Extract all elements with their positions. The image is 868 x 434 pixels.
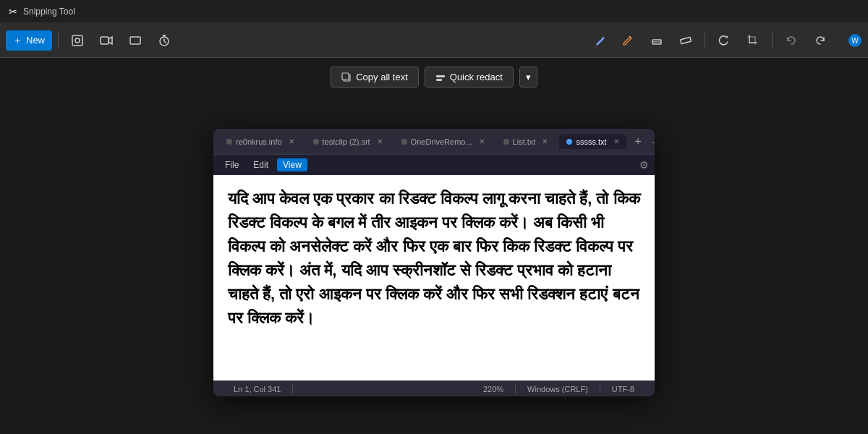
copy-all-text-label: Copy all text <box>356 72 408 82</box>
main-area: re0nkrus.info ✕ testclip (2).srt ✕ OneDr… <box>0 93 868 432</box>
plus-icon: ＋ <box>13 34 22 47</box>
rotate-icon-btn[interactable] <box>711 27 737 54</box>
rect-icon-btn[interactable] <box>122 27 148 54</box>
tab-onedrive-label: OneDriveRemo... <box>411 137 472 146</box>
notepad-content: यदि आप केवल एक प्रकार का रिडक्ट विकल्प ल… <box>213 175 655 380</box>
title-bar: ✂ Snipping Tool <box>0 0 868 23</box>
undo-icon-btn[interactable] <box>778 27 804 54</box>
tab-re0nkrus[interactable]: re0nkrus.info ✕ <box>219 135 302 149</box>
tab-onedrive[interactable]: OneDriveRemo... ✕ <box>394 135 492 149</box>
action-bar: Copy all text Quick redact ▾ <box>0 58 868 93</box>
dropdown-arrow: ▾ <box>526 72 531 82</box>
separator-3 <box>772 32 773 49</box>
tab-dot-5 <box>566 139 572 145</box>
copy-icon <box>341 72 352 82</box>
tab-close-2[interactable]: ✕ <box>377 137 383 145</box>
toolbar-right: W <box>587 27 862 54</box>
svg-rect-11 <box>436 75 445 77</box>
quick-redact-dropdown[interactable]: ▾ <box>519 67 537 88</box>
tab-ssssss[interactable]: sssss.txt ✕ <box>559 135 626 149</box>
app-title: Snipping Tool <box>23 7 75 17</box>
svg-point-1 <box>75 38 80 43</box>
separator-1 <box>58 32 59 49</box>
tab-close-1[interactable]: ✕ <box>289 137 294 145</box>
tab-dot-2 <box>313 139 319 145</box>
settings-icon-btn[interactable]: ⚙ <box>639 159 649 171</box>
minimize-button[interactable]: — <box>648 135 655 149</box>
tab-testclip[interactable]: testclip (2).srt ✕ <box>306 135 390 149</box>
window-controls: — □ ✕ <box>648 135 655 149</box>
status-zoom: 220% <box>472 385 516 393</box>
tab-dot-4 <box>503 139 509 145</box>
tab-listtxt[interactable]: List.txt ✕ <box>496 135 556 149</box>
svg-text:W: W <box>851 37 859 45</box>
svg-rect-2 <box>101 37 109 44</box>
svg-rect-3 <box>130 37 140 44</box>
video-icon-btn[interactable] <box>93 27 119 54</box>
taskbar-icon: W <box>848 33 862 48</box>
copy-all-text-button[interactable]: Copy all text <box>331 67 419 88</box>
toolbar: ＋ New <box>0 23 868 58</box>
add-tab-button[interactable]: ＋ <box>632 134 644 150</box>
tab-listtxt-label: List.txt <box>513 137 536 146</box>
tab-close-5[interactable]: ✕ <box>613 137 619 145</box>
pen-tools <box>587 27 641 54</box>
svg-rect-6 <box>680 37 691 43</box>
quick-redact-button[interactable]: Quick redact <box>425 67 514 88</box>
app-icon: ✂ <box>9 6 17 17</box>
notepad-menubar: File Edit View ⚙ <box>213 155 655 175</box>
menu-edit[interactable]: Edit <box>247 158 274 171</box>
menu-file[interactable]: File <box>219 158 244 171</box>
status-encoding: UTF-8 <box>600 385 646 393</box>
pen1-icon-btn[interactable] <box>587 27 613 54</box>
notepad-window: re0nkrus.info ✕ testclip (2).srt ✕ OneDr… <box>213 129 655 396</box>
quick-redact-label: Quick redact <box>450 72 503 82</box>
svg-rect-12 <box>436 79 442 81</box>
svg-rect-0 <box>72 35 82 46</box>
tab-dot <box>226 139 232 145</box>
timer-icon-btn[interactable] <box>151 27 177 54</box>
notepad-text-content: यदि आप केवल एक प्रकार का रिडक्ट विकल्प ल… <box>228 187 640 330</box>
tab-close-4[interactable]: ✕ <box>542 137 548 145</box>
new-button[interactable]: ＋ New <box>6 30 52 51</box>
notepad-titlebar: re0nkrus.info ✕ testclip (2).srt ✕ OneDr… <box>213 129 655 155</box>
redact-icon <box>435 72 446 82</box>
status-position: Ln 1, Col 341 <box>222 385 293 393</box>
ruler-icon-btn[interactable] <box>673 27 699 54</box>
tab-dot-3 <box>401 139 407 145</box>
menu-view[interactable]: View <box>277 158 307 171</box>
redo-icon-btn[interactable] <box>807 27 833 54</box>
status-line-ending: Windows (CRLF) <box>516 385 600 393</box>
crop-icon-btn[interactable] <box>740 27 766 54</box>
eraser-icon-btn[interactable] <box>644 27 670 54</box>
pen2-icon-btn[interactable] <box>615 27 641 54</box>
tab-re0nkrus-label: re0nkrus.info <box>236 137 282 146</box>
svg-rect-10 <box>342 73 349 80</box>
tab-ssssss-label: sssss.txt <box>576 137 606 146</box>
tab-close-3[interactable]: ✕ <box>479 137 485 145</box>
new-label: New <box>26 35 45 46</box>
notepad-statusbar: Ln 1, Col 341 220% Windows (CRLF) UTF-8 <box>213 380 655 396</box>
separator-2 <box>705 32 705 49</box>
tab-testclip-label: testclip (2).srt <box>323 137 370 146</box>
screenshot-icon-btn[interactable] <box>64 27 90 54</box>
